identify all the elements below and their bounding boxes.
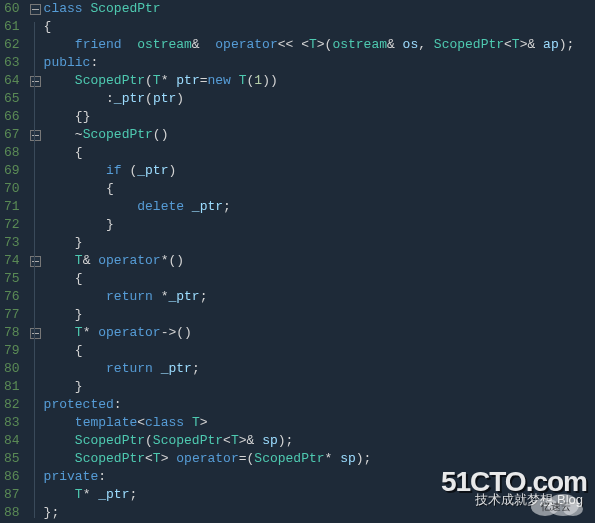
code-line[interactable]: :_ptr(ptr) (44, 90, 595, 108)
code-line[interactable]: } (44, 378, 595, 396)
line-number: 78 (4, 324, 20, 342)
code-line[interactable]: return _ptr; (44, 360, 595, 378)
line-number: 81 (4, 378, 20, 396)
line-number: 85 (4, 450, 20, 468)
line-number: 87 (4, 486, 20, 504)
code-line[interactable]: if (_ptr) (44, 162, 595, 180)
code-line[interactable]: private: (44, 468, 595, 486)
line-number: 69 (4, 162, 20, 180)
line-number: 73 (4, 234, 20, 252)
line-number: 62 (4, 36, 20, 54)
fold-toggle-icon[interactable] (30, 4, 41, 15)
code-line[interactable]: { (44, 180, 595, 198)
line-number: 79 (4, 342, 20, 360)
fold-toggle-icon[interactable] (30, 76, 41, 87)
code-line[interactable]: ~ScopedPtr() (44, 126, 595, 144)
code-line[interactable]: T* operator->() (44, 324, 595, 342)
line-number: 70 (4, 180, 20, 198)
line-number: 71 (4, 198, 20, 216)
code-line[interactable]: {} (44, 108, 595, 126)
fold-toggle-icon[interactable] (30, 328, 41, 339)
code-line[interactable]: } (44, 306, 595, 324)
line-number: 84 (4, 432, 20, 450)
code-line[interactable]: friend ostream& operator<< <T>(ostream& … (44, 36, 595, 54)
fold-toggle-icon[interactable] (30, 256, 41, 267)
fold-guide-line (34, 22, 35, 518)
code-line[interactable]: { (44, 144, 595, 162)
line-number: 67 (4, 126, 20, 144)
code-line[interactable]: { (44, 342, 595, 360)
code-line[interactable]: { (44, 18, 595, 36)
code-line[interactable]: T& operator*() (44, 252, 595, 270)
code-line[interactable]: ScopedPtr(ScopedPtr<T>& sp); (44, 432, 595, 450)
code-line[interactable]: } (44, 216, 595, 234)
line-number: 72 (4, 216, 20, 234)
line-number: 68 (4, 144, 20, 162)
line-number-gutter: 6061626364656667686970717273747576777879… (0, 0, 28, 523)
line-number: 76 (4, 288, 20, 306)
line-number: 66 (4, 108, 20, 126)
code-area[interactable]: class ScopedPtr{ friend ostream& operato… (42, 0, 595, 523)
line-number: 61 (4, 18, 20, 36)
code-line[interactable]: { (44, 270, 595, 288)
line-number: 63 (4, 54, 20, 72)
line-number: 77 (4, 306, 20, 324)
code-line[interactable]: template<class T> (44, 414, 595, 432)
code-line[interactable]: ScopedPtr<T> operator=(ScopedPtr* sp); (44, 450, 595, 468)
code-line[interactable]: } (44, 234, 595, 252)
line-number: 60 (4, 0, 20, 18)
code-line[interactable]: delete _ptr; (44, 198, 595, 216)
line-number: 88 (4, 504, 20, 522)
code-line[interactable]: class ScopedPtr (44, 0, 595, 18)
code-line[interactable]: }; (44, 504, 595, 522)
line-number: 74 (4, 252, 20, 270)
line-number: 64 (4, 72, 20, 90)
line-number: 83 (4, 414, 20, 432)
line-number: 82 (4, 396, 20, 414)
code-line[interactable]: ScopedPtr(T* ptr=new T(1)) (44, 72, 595, 90)
code-editor[interactable]: 6061626364656667686970717273747576777879… (0, 0, 595, 523)
fold-column[interactable] (28, 0, 42, 523)
line-number: 75 (4, 270, 20, 288)
line-number: 80 (4, 360, 20, 378)
code-line[interactable]: T* _ptr; (44, 486, 595, 504)
line-number: 65 (4, 90, 20, 108)
code-line[interactable]: protected: (44, 396, 595, 414)
code-line[interactable]: return *_ptr; (44, 288, 595, 306)
code-line[interactable]: public: (44, 54, 595, 72)
line-number: 86 (4, 468, 20, 486)
fold-toggle-icon[interactable] (30, 130, 41, 141)
